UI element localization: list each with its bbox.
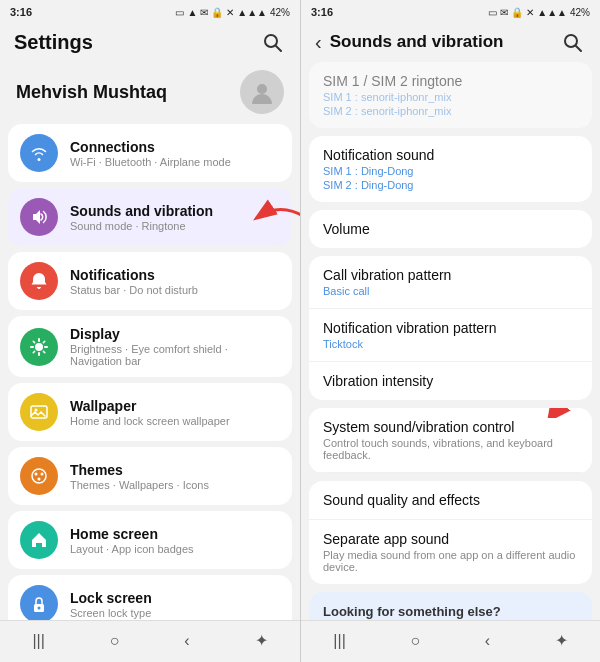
nav-back-left[interactable]: ‹ — [170, 628, 203, 654]
wallpaper-icon-wrap — [20, 393, 58, 431]
notification-sound-title: Notification sound — [323, 147, 578, 163]
avatar-icon — [248, 78, 276, 106]
nav-menu-right[interactable]: ||| — [319, 628, 359, 654]
sim-section: SIM 1 / SIM 2 ringtone SIM 1 : senorit-i… — [309, 62, 592, 128]
signal-icon: ▲▲▲ — [237, 7, 267, 18]
time-left: 3:16 — [10, 6, 32, 18]
settings-item-homescreen[interactable]: Home screen Layout · App icon badges — [8, 511, 292, 569]
homescreen-subtitle: Layout · App icon badges — [70, 543, 280, 555]
status-icons-right: ▭ ✉ 🔒 ✕ ▲▲▲ 42% — [488, 7, 590, 18]
svg-point-15 — [35, 473, 38, 476]
svg-point-20 — [565, 35, 577, 47]
sim-item[interactable]: SIM 1 / SIM 2 ringtone SIM 1 : senorit-i… — [309, 62, 592, 128]
battery-left: 42% — [270, 7, 290, 18]
svg-line-9 — [43, 351, 44, 352]
settings-item-wallpaper[interactable]: Wallpaper Home and lock screen wallpaper — [8, 383, 292, 441]
cta-box: Looking for something else? Alert when p… — [309, 592, 592, 620]
status-bar-right: 3:16 ▭ ✉ 🔒 ✕ ▲▲▲ 42% — [301, 0, 600, 22]
notification-vibration-sub: Ticktock — [323, 338, 578, 350]
system-sound-title: System sound/vibration control — [323, 419, 578, 435]
wifi-status-icon: ▲ — [187, 7, 197, 18]
nav-home-right[interactable]: ○ — [396, 628, 434, 654]
notification-sound-item[interactable]: Notification sound SIM 1 : Ding-Dong SIM… — [309, 136, 592, 202]
svg-line-10 — [43, 341, 44, 342]
lock-settings-icon — [29, 594, 49, 614]
profile-section[interactable]: Mehvish Mushtaq — [0, 62, 300, 124]
right-panel: 3:16 ▭ ✉ 🔒 ✕ ▲▲▲ 42% ‹ Sounds and vibrat… — [300, 0, 600, 662]
sound-quality-section: Sound quality and effects Separate app s… — [309, 481, 592, 584]
svg-point-2 — [257, 84, 267, 94]
notif-icon-r: ✉ — [500, 7, 508, 18]
settings-item-themes[interactable]: Themes Themes · Wallpapers · Icons — [8, 447, 292, 505]
sun-icon — [29, 337, 49, 357]
system-sound-item[interactable]: System sound/vibration control Control t… — [309, 408, 592, 473]
wallpaper-title: Wallpaper — [70, 398, 280, 414]
search-button-right[interactable] — [558, 28, 586, 56]
svg-point-16 — [41, 473, 44, 476]
search-button-left[interactable] — [258, 28, 286, 56]
settings-item-sounds[interactable]: Sounds and vibration Sound mode · Ringto… — [8, 188, 292, 246]
notification-sound-section: Notification sound SIM 1 : Ding-Dong SIM… — [309, 136, 592, 202]
svg-line-1 — [276, 46, 281, 51]
lockscreen-icon-wrap — [20, 585, 58, 620]
sound-quality-title: Sound quality and effects — [323, 492, 578, 508]
portrait-icon: ▭ — [175, 7, 184, 18]
notification-vibration-item[interactable]: Notification vibration pattern Ticktock — [309, 309, 592, 362]
call-vibration-item[interactable]: Call vibration pattern Basic call — [309, 256, 592, 309]
settings-item-display[interactable]: Display Brightness · Eye comfort shield … — [8, 316, 292, 377]
notifications-icon-wrap — [20, 262, 58, 300]
palette-icon — [29, 466, 49, 486]
signal-icon-r: ▲▲▲ — [537, 7, 567, 18]
nav-back-right[interactable]: ‹ — [471, 628, 504, 654]
display-subtitle: Brightness · Eye comfort shield · Naviga… — [70, 343, 280, 367]
settings-title: Settings — [14, 31, 93, 54]
notif-icon: ✉ — [200, 7, 208, 18]
x-icon: ✕ — [226, 7, 234, 18]
svg-point-3 — [35, 343, 43, 351]
separate-app-sound-title: Separate app sound — [323, 531, 578, 547]
speaker-icon — [29, 207, 49, 227]
battery-right: 42% — [570, 7, 590, 18]
call-vibration-sub: Basic call — [323, 285, 578, 297]
svg-point-19 — [38, 607, 41, 610]
profile-avatar — [240, 70, 284, 114]
sounds-header: ‹ Sounds and vibration — [301, 22, 600, 62]
sound-quality-item[interactable]: Sound quality and effects — [309, 481, 592, 520]
sounds-icon-wrap — [20, 198, 58, 236]
display-title: Display — [70, 326, 280, 342]
svg-point-17 — [38, 478, 41, 481]
nav-recent-left[interactable]: ✦ — [241, 627, 282, 654]
notification-sound-sub2: SIM 2 : Ding-Dong — [323, 179, 578, 191]
svg-line-8 — [33, 341, 34, 342]
volume-section[interactable]: Volume — [309, 210, 592, 248]
settings-item-notifications[interactable]: Notifications Status bar · Do not distur… — [8, 252, 292, 310]
separate-app-sound-item[interactable]: Separate app sound Play media sound from… — [309, 520, 592, 584]
settings-item-connections[interactable]: Connections Wi-Fi · Bluetooth · Airplane… — [8, 124, 292, 182]
nav-menu-left[interactable]: ||| — [18, 628, 58, 654]
connections-title: Connections — [70, 139, 280, 155]
lock-icon-r: 🔒 — [511, 7, 523, 18]
nav-home-left[interactable]: ○ — [96, 628, 134, 654]
connections-subtitle: Wi-Fi · Bluetooth · Airplane mode — [70, 156, 280, 168]
themes-title: Themes — [70, 462, 280, 478]
themes-subtitle: Themes · Wallpapers · Icons — [70, 479, 280, 491]
back-button[interactable]: ‹ — [315, 31, 322, 54]
left-panel: 3:16 ▭ ▲ ✉ 🔒 ✕ ▲▲▲ 42% Settings Mehvish … — [0, 0, 300, 662]
nav-recent-right[interactable]: ✦ — [541, 627, 582, 654]
volume-title: Volume — [323, 221, 578, 237]
home-icon — [29, 530, 49, 550]
status-icons-left: ▭ ▲ ✉ 🔒 ✕ ▲▲▲ 42% — [175, 7, 290, 18]
image-icon — [29, 402, 49, 422]
settings-item-lockscreen[interactable]: Lock screen Screen lock type — [8, 575, 292, 620]
settings-list: Connections Wi-Fi · Bluetooth · Airplane… — [0, 124, 300, 620]
wallpaper-text: Wallpaper Home and lock screen wallpaper — [70, 398, 280, 427]
sim-sub: SIM 1 : senorit-iphonr_mix — [323, 91, 578, 103]
display-icon-wrap — [20, 328, 58, 366]
notifications-subtitle: Status bar · Do not disturb — [70, 284, 280, 296]
vibration-section: Call vibration pattern Basic call Notifi… — [309, 256, 592, 400]
x-icon-r: ✕ — [526, 7, 534, 18]
notifications-title: Notifications — [70, 267, 280, 283]
notifications-text: Notifications Status bar · Do not distur… — [70, 267, 280, 296]
vibration-intensity-item[interactable]: Vibration intensity — [309, 362, 592, 400]
status-bar-left: 3:16 ▭ ▲ ✉ 🔒 ✕ ▲▲▲ 42% — [0, 0, 300, 22]
